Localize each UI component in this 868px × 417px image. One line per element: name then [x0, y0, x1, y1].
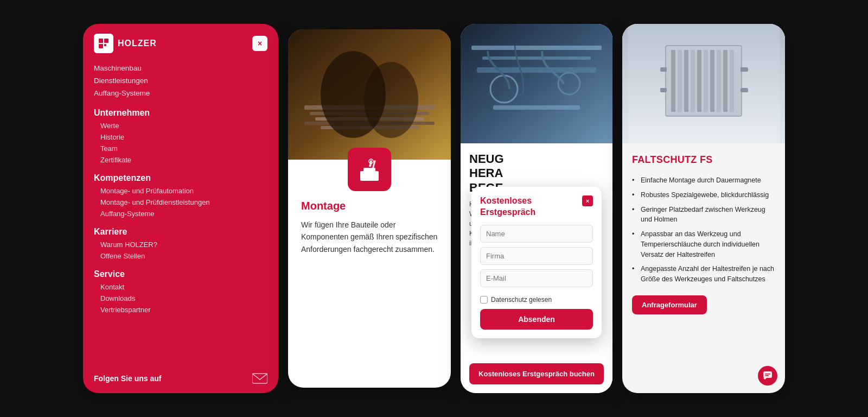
dialog-title: Kostenloses Erstgespräch	[480, 195, 582, 218]
heading-line2: HERA	[469, 166, 503, 180]
svg-rect-41	[765, 374, 770, 375]
holzer-logo-icon	[97, 37, 110, 50]
nav-item-maschinenbau[interactable]: Maschinenbau	[94, 62, 267, 74]
section-title-unternehmen: Unternehmen	[94, 108, 267, 118]
chat-icon-button[interactable]	[758, 366, 777, 386]
feature-item-1: Einfache Montage durch Dauermagnete	[632, 173, 775, 188]
section-title-karriere: Karriere	[94, 227, 267, 237]
svg-rect-40	[763, 371, 772, 378]
montage-icon-box	[348, 148, 391, 191]
feature-item-5: Angepasste Anzahl der Haltestreifen je n…	[632, 262, 775, 287]
montage-description: Wir fügen Ihre Bauteile oder Komponenten…	[301, 219, 438, 255]
nav-item-historie[interactable]: Historie	[94, 131, 267, 143]
svg-rect-33	[717, 50, 721, 112]
nav-item-team[interactable]: Team	[94, 143, 267, 154]
close-button[interactable]: ×	[252, 36, 267, 51]
svg-rect-31	[704, 50, 708, 112]
faltschutz-image	[622, 24, 785, 143]
dialog-header: Kostenloses Erstgespräch ×	[480, 195, 593, 218]
svg-rect-30	[697, 50, 701, 112]
svg-rect-28	[684, 50, 688, 112]
follow-us-text: Folgen Sie uns auf	[94, 374, 161, 383]
svg-rect-27	[678, 50, 682, 112]
dialog-submit-button[interactable]: Absenden	[480, 309, 593, 330]
feature-item-3: Geringer Platzbedarf zwischen Werkzeug u…	[632, 203, 775, 228]
svg-point-12	[364, 62, 418, 138]
nav-section-karriere: Karriere Warum HOLZER? Offene Stellen	[94, 227, 267, 262]
nav-item-auffang[interactable]: Auffang-Systeme	[94, 87, 267, 99]
dialog-close-button[interactable]: ×	[582, 195, 593, 206]
nav-footer: Folgen Sie uns auf	[83, 366, 278, 393]
nav-item-kontakt[interactable]: Kontakt	[94, 281, 267, 293]
svg-rect-39	[741, 88, 748, 92]
svg-rect-3	[104, 44, 106, 46]
dialog-checkbox-label: Datenschutz gelesen	[491, 296, 552, 304]
chat-icon	[763, 371, 773, 381]
nav-item-zertifikate[interactable]: Zertifikate	[94, 154, 267, 166]
faltschutz-card: FALTSCHUTZ FS Einfache Montage durch Dau…	[622, 24, 785, 393]
worker-image	[288, 29, 451, 160]
svg-rect-2	[99, 44, 103, 48]
card3-body: NEUG HERA BEGE Herzlich W Wir sind ei Ma…	[461, 143, 612, 393]
faltschutz-features-list: Einfache Montage durch Dauermagnete Robu…	[632, 173, 775, 287]
faltschutz-content: FALTSCHUTZ FS Einfache Montage durch Dau…	[622, 143, 785, 393]
nav-item-downloads[interactable]: Downloads	[94, 293, 267, 304]
dialog-name-input[interactable]	[480, 225, 593, 243]
machine-image	[461, 24, 612, 143]
section-title-kompetenzen: Kompetenzen	[94, 173, 267, 183]
svg-rect-17	[461, 24, 612, 143]
nav-item-offene-stellen[interactable]: Offene Stellen	[94, 250, 267, 262]
svg-rect-37	[741, 67, 748, 72]
nav-menu-card: HOLZER × Maschinenbau Dienstleistungen A…	[83, 24, 278, 393]
dialog-checkbox-row: Datenschutz gelesen	[480, 296, 593, 304]
dialog-close-icon: ×	[586, 198, 589, 204]
nav-section-unternehmen: Unternehmen Werte Historie Team Zertifik…	[94, 108, 267, 166]
nav-item-dienstleistungen[interactable]: Dienstleistungen	[94, 74, 267, 87]
nav-menu: Maschinenbau Dienstleistungen Auffang-Sy…	[83, 60, 278, 366]
section-title-service: Service	[94, 269, 267, 279]
svg-rect-0	[99, 39, 103, 43]
svg-rect-26	[671, 50, 675, 112]
svg-rect-14	[363, 168, 375, 172]
feature-item-2: Robustes Spezialgewebe, blickdurchlässig	[632, 188, 775, 203]
close-icon: ×	[258, 39, 262, 48]
nav-section-kompetenzen: Kompetenzen Montage- und Prüfautomation …	[94, 173, 267, 219]
feature-item-4: Anpassbar an das Werkzeug und Temperiers…	[632, 227, 775, 262]
svg-rect-35	[730, 50, 734, 112]
worker-svg	[288, 29, 451, 160]
dialog-firma-input[interactable]	[480, 247, 593, 265]
svg-rect-18	[471, 46, 602, 50]
svg-rect-42	[765, 375, 769, 376]
nav-section-service: Service Kontakt Downloads Vertriebspartn…	[94, 269, 267, 315]
nav-item-vertriebspartner[interactable]: Vertriebspartner	[94, 304, 267, 315]
nav-item-warum[interactable]: Warum HOLZER?	[94, 239, 267, 250]
nav-item-auffang-kompetenzen[interactable]: Auffang-Systeme	[94, 208, 267, 219]
nav-header: HOLZER ×	[83, 24, 278, 60]
dialog-email-input[interactable]	[480, 269, 593, 287]
social-icon	[252, 372, 267, 384]
faltschutz-title: FALTSCHUTZ FS	[632, 154, 775, 166]
machine-background	[461, 24, 612, 143]
dialog-overlay: Kostenloses Erstgespräch × Datenschutz g…	[471, 187, 602, 338]
anfrage-button[interactable]: Anfrageformular	[632, 295, 707, 314]
faltschutz-bg-svg	[628, 24, 780, 143]
nav-item-pruefautomation[interactable]: Montage- und Prüfautomation	[94, 185, 267, 197]
nav-item-pruefdienstleistungen[interactable]: Montage- und Prüfdienstleistungen	[94, 197, 267, 208]
svg-rect-32	[710, 50, 714, 112]
holzer-logo: HOLZER	[94, 34, 157, 53]
nav-item-werte[interactable]: Werte	[94, 120, 267, 131]
dialog-checkbox[interactable]	[480, 296, 488, 304]
svg-rect-23	[493, 105, 580, 110]
svg-rect-20	[477, 67, 596, 73]
svg-rect-19	[482, 56, 591, 60]
logo-box	[94, 34, 113, 53]
svg-rect-34	[723, 50, 727, 112]
montage-card: Montage Wir fügen Ihre Bauteile oder Kom…	[288, 29, 451, 388]
montage-content: Montage Wir fügen Ihre Bauteile oder Kom…	[288, 160, 451, 266]
machine-svg	[461, 24, 612, 143]
svg-rect-29	[691, 50, 695, 112]
svg-rect-16	[372, 160, 376, 168]
cta-button[interactable]: Kostenloses Erstgespräch buchen	[469, 363, 604, 384]
svg-rect-36	[660, 67, 667, 72]
nav-top-items: Maschinenbau Dienstleistungen Auffang-Sy…	[94, 62, 267, 99]
